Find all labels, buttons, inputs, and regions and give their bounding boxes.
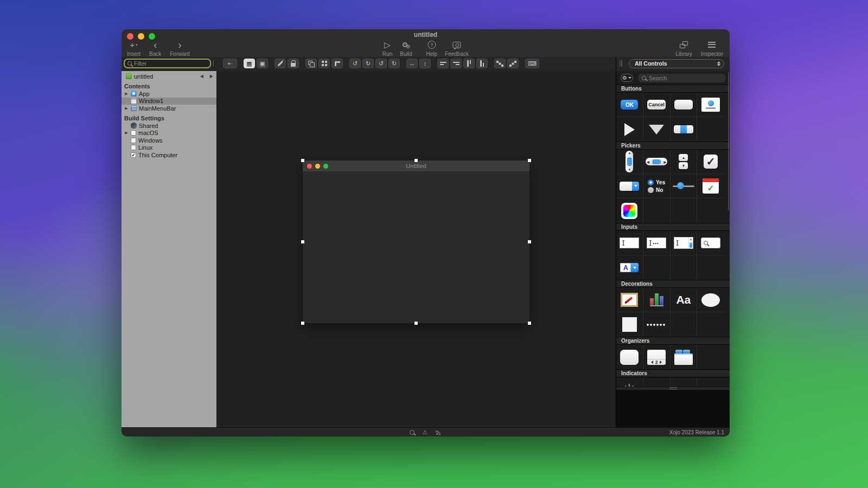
library-control-updownarrows[interactable]: ▲▼ [671, 150, 698, 174]
resize-handle-ne[interactable] [528, 159, 531, 162]
library-control-textfield[interactable]: I [616, 231, 643, 255]
disclosure-icon[interactable]: ▶ [124, 92, 129, 96]
resize-handle-s[interactable] [414, 322, 418, 325]
navigator-filter-field[interactable] [124, 59, 211, 68]
sidebar-item-mainmenubar[interactable]: ▶ MainMenuBar [122, 105, 216, 112]
sidebar-item-app[interactable]: ▶ App [122, 90, 216, 98]
sidebar-item-macos[interactable]: ▶ macOS [122, 130, 216, 137]
space-horizontal-button[interactable] [494, 59, 506, 68]
library-control-popupmenu[interactable] [616, 174, 643, 198]
macos-checkbox[interactable] [131, 130, 136, 136]
library-control-oval[interactable] [697, 288, 724, 312]
resize-handle-w[interactable] [301, 240, 304, 243]
align-top-button[interactable] [463, 59, 475, 68]
nav-forward-icon[interactable]: ▶ [210, 74, 213, 79]
back-button[interactable]: ‹ Back [149, 40, 161, 57]
equal-height-button[interactable]: ↕ [419, 59, 431, 68]
library-control-rectangle[interactable] [616, 312, 643, 337]
library-control-separator[interactable] [643, 312, 671, 337]
rotate-left-button[interactable]: ↺ [349, 59, 361, 68]
align-bottom-button[interactable] [476, 59, 488, 68]
margins-button[interactable] [331, 59, 343, 68]
nav-back-icon[interactable]: ◀ [200, 74, 203, 79]
insert-button[interactable]: +▾ Insert [127, 40, 141, 57]
library-scrollbar[interactable] [728, 72, 730, 210]
library-pane-grip[interactable] [620, 60, 623, 67]
pane-grip-handle[interactable] [213, 60, 214, 67]
help-button[interactable]: ? Help [426, 40, 437, 57]
resize-handle-e[interactable] [528, 240, 531, 243]
preview-view-button[interactable]: ▣ [257, 59, 268, 68]
designed-window[interactable]: Untitled [303, 160, 529, 323]
flip-horizontal-button[interactable]: ↺ [375, 59, 387, 68]
layout-view-button[interactable]: ▦ [244, 59, 255, 68]
library-control-combobox[interactable]: A [616, 255, 643, 280]
forward-button[interactable]: › Forward [170, 40, 190, 57]
library-control-disclosuretriangle[interactable] [616, 117, 643, 142]
library-control-vscrollbar[interactable]: ▲▼ [616, 150, 643, 174]
duplicate-button[interactable] [305, 59, 317, 68]
build-button[interactable]: ⚙⚙ Build [400, 40, 412, 57]
edit-mode-button[interactable] [275, 59, 286, 68]
resize-handle-nw[interactable] [301, 159, 304, 162]
arrange-tiles-button[interactable] [318, 59, 330, 68]
project-row[interactable]: untitled ◀ ▶ [122, 73, 216, 80]
equal-width-button[interactable]: ↔ [406, 59, 418, 68]
library-control-searchfield[interactable] [697, 231, 724, 255]
inspector-toggle-button[interactable]: Inspector [701, 40, 723, 57]
align-right-button[interactable] [450, 59, 462, 68]
library-control-cancelbutton[interactable]: Cancel [643, 93, 671, 117]
library-toggle-button[interactable]: Library [675, 40, 692, 57]
search-issues-icon[interactable] [410, 430, 414, 435]
tab-order-button[interactable]: ⌨ [525, 59, 539, 68]
library-control-label[interactable]: Aa [671, 288, 698, 312]
layout-editor-canvas[interactable]: Untitled [216, 71, 616, 427]
library-control-textarea[interactable]: I▲ [671, 231, 698, 255]
space-vertical-button[interactable] [507, 59, 519, 68]
this-computer-checkbox[interactable]: ✓ [131, 152, 136, 158]
windows-checkbox[interactable] [131, 138, 136, 143]
library-control-activityindicator[interactable] [616, 377, 643, 387]
rotate-right-button[interactable]: ↻ [362, 59, 374, 68]
library-control-toolbarbutton[interactable] [697, 93, 724, 117]
library-splitter[interactable] [616, 387, 730, 390]
library-control-segmentedbutton[interactable] [671, 117, 698, 142]
resize-handle-sw[interactable] [301, 322, 304, 325]
library-control-canvas[interactable] [616, 288, 643, 312]
run-button[interactable]: ▷ Run [382, 40, 392, 57]
feed-icon[interactable] [436, 429, 442, 435]
library-search-input[interactable] [649, 75, 722, 81]
warnings-icon[interactable]: ⚠ [423, 429, 428, 435]
filter-input[interactable] [134, 60, 207, 67]
library-control-datepicker[interactable]: ✓ [697, 174, 724, 198]
disclosure-icon[interactable]: ▶ [124, 106, 129, 111]
sidebar-item-this-computer[interactable]: ✓ This Computer [122, 151, 216, 159]
library-control-pushbutton[interactable]: OK [616, 93, 643, 117]
library-search-field[interactable] [639, 74, 725, 82]
library-control-popuparrow[interactable] [643, 117, 671, 142]
resize-handle-se[interactable] [528, 322, 531, 325]
library-control-chart[interactable] [643, 288, 671, 312]
library-control-slider[interactable] [671, 174, 698, 198]
library-control-progresswheel[interactable] [671, 377, 698, 387]
flip-vertical-button[interactable]: ↻ [388, 59, 400, 68]
library-control-passwordfield[interactable]: I••• [643, 231, 671, 255]
library-control-checkbox[interactable]: ✓ [697, 150, 724, 174]
library-control-tabpanel[interactable] [671, 345, 698, 369]
library-filter-dropdown[interactable]: All Controls [629, 59, 724, 68]
library-control-hscrollbar[interactable]: ◀▶ [643, 150, 671, 174]
add-control-button[interactable]: +· [223, 59, 237, 68]
lock-button[interactable] [288, 59, 299, 68]
sidebar-item-windows[interactable]: Windows [122, 137, 216, 144]
feedback-button[interactable]: Feedback [445, 40, 469, 57]
sidebar-item-linux[interactable]: Linux [122, 144, 216, 152]
library-control-radiogroup[interactable]: Yes No [643, 174, 671, 198]
sidebar-item-shared[interactable]: Shared [122, 122, 216, 130]
library-settings-button[interactable]: ⚙ [621, 74, 633, 82]
resize-handle-n[interactable] [414, 159, 418, 162]
library-control-bevelbutton[interactable] [671, 93, 698, 117]
designed-window-titlebar[interactable]: Untitled [303, 160, 529, 171]
disclosure-icon[interactable]: ▶ [124, 131, 129, 135]
library-control-pagepanel[interactable]: 2 [643, 345, 671, 369]
linux-checkbox[interactable] [131, 145, 136, 150]
